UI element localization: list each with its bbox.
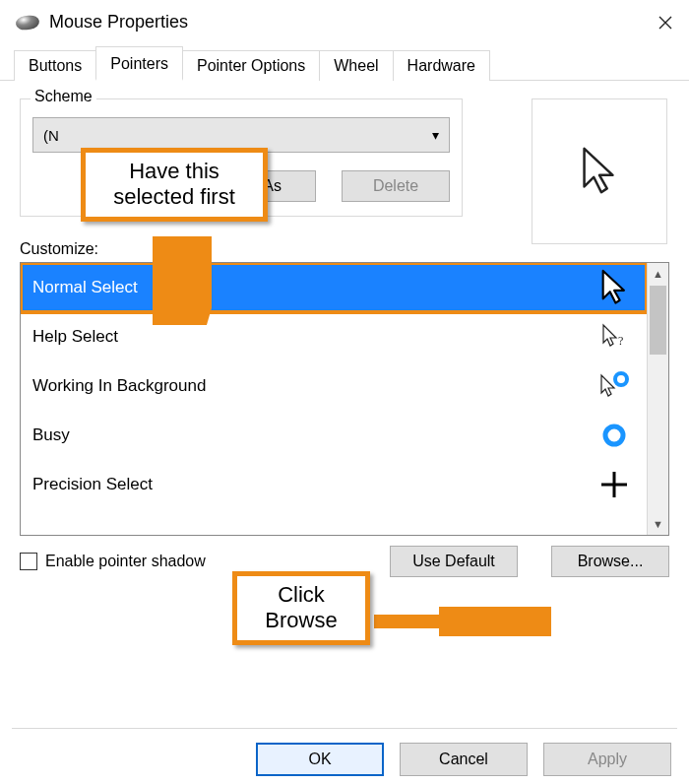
browse-button[interactable]: Browse... — [551, 546, 669, 577]
list-item[interactable]: Normal Select — [21, 263, 647, 312]
chevron-down-icon: ▾ — [432, 127, 439, 143]
tab-buttons[interactable]: Buttons — [14, 50, 96, 81]
scroll-down-icon[interactable]: ▼ — [648, 513, 668, 535]
list-item-label: Precision Select — [32, 475, 153, 494]
delete-label: Delete — [373, 177, 418, 195]
busy-cursor-icon — [597, 421, 631, 450]
divider — [12, 728, 677, 729]
annotation-arrow-icon — [374, 607, 551, 636]
close-icon — [658, 15, 673, 31]
scroll-up-icon[interactable]: ▲ — [648, 263, 668, 285]
scheme-legend: Scheme — [31, 88, 96, 105]
svg-text:?: ? — [618, 334, 623, 348]
tab-pointer-options[interactable]: Pointer Options — [182, 50, 320, 81]
enable-shadow-label: Enable pointer shadow — [45, 553, 206, 570]
dialog-footer: OK Cancel Apply — [256, 743, 671, 776]
list-item[interactable]: Busy — [21, 411, 647, 460]
annotation-1-text: Have this selected first — [113, 159, 235, 209]
annotation-arrow-icon — [153, 236, 212, 325]
apply-button[interactable]: Apply — [543, 743, 671, 776]
list-item[interactable]: Working In Background — [21, 361, 647, 411]
list-item[interactable]: Help Select ? — [21, 312, 647, 361]
annotation-2-text: Click Browse — [265, 582, 337, 632]
use-default-label: Use Default — [412, 553, 495, 570]
arrow-cursor-icon — [576, 145, 623, 198]
crosshair-cursor-icon — [597, 470, 631, 499]
scroll-thumb[interactable] — [650, 286, 666, 355]
list-item-label: Busy — [32, 425, 70, 445]
enable-shadow-checkbox[interactable]: Enable pointer shadow — [20, 553, 206, 570]
annotation-callout-1: Have this selected first — [81, 148, 268, 222]
mouse-icon — [15, 14, 40, 31]
list-item[interactable]: Precision Select — [21, 460, 647, 509]
cursor-preview — [532, 98, 667, 244]
svg-point-1 — [615, 373, 627, 385]
checkbox-icon — [20, 553, 37, 570]
close-button[interactable] — [642, 0, 689, 45]
list-item-label: Normal Select — [32, 278, 138, 297]
list-item-label: Working In Background — [32, 376, 206, 396]
tab-hardware[interactable]: Hardware — [393, 50, 490, 81]
tab-strip: Buttons Pointers Pointer Options Wheel H… — [0, 45, 689, 81]
cursor-list: Normal Select Help Select ? Working In B… — [20, 262, 669, 536]
apply-label: Apply — [588, 751, 627, 768]
browse-label: Browse... — [578, 553, 644, 570]
scrollbar[interactable]: ▲ ▼ — [647, 263, 668, 535]
tab-wheel[interactable]: Wheel — [319, 50, 393, 81]
arrow-cursor-icon — [597, 268, 631, 307]
cancel-label: Cancel — [439, 751, 488, 768]
ok-label: OK — [308, 751, 331, 768]
annotation-callout-2: Click Browse — [232, 571, 370, 645]
help-cursor-icon: ? — [597, 320, 631, 354]
window-title: Mouse Properties — [49, 12, 188, 33]
title-bar: Mouse Properties — [0, 0, 689, 45]
cancel-button[interactable]: Cancel — [400, 743, 528, 776]
background-cursor-icon — [597, 369, 631, 403]
ok-button[interactable]: OK — [256, 743, 384, 776]
svg-point-2 — [605, 426, 623, 444]
list-item-label: Help Select — [32, 327, 118, 347]
use-default-button[interactable]: Use Default — [390, 546, 518, 577]
scheme-selected-value: (N — [43, 127, 59, 144]
tab-pointers[interactable]: Pointers — [95, 46, 183, 81]
delete-button[interactable]: Delete — [342, 170, 450, 202]
